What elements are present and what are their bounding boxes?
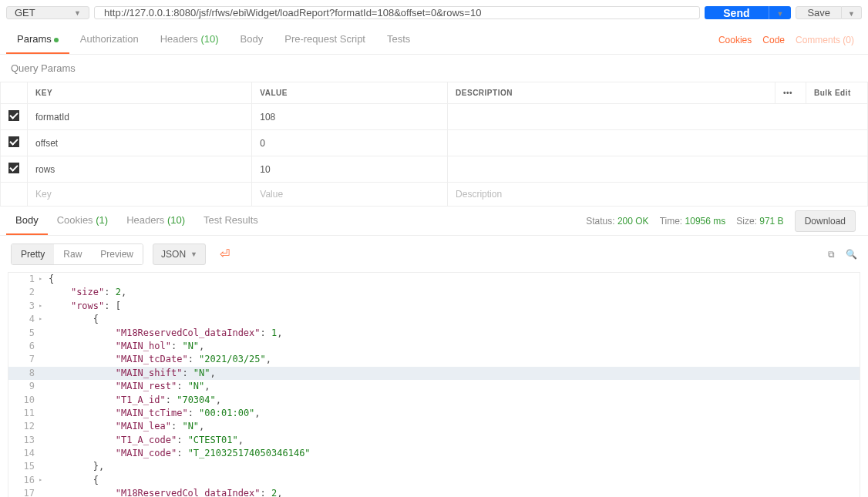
col-value: VALUE — [252, 82, 448, 104]
method-value: GET — [15, 7, 35, 18]
bulk-edit-link[interactable]: Bulk Edit — [806, 82, 868, 104]
tab-params[interactable]: Params — [6, 25, 69, 54]
table-row-empty[interactable]: Key Value Description — [1, 183, 868, 207]
chevron-down-icon: ▼ — [74, 9, 81, 17]
tab-body[interactable]: Body — [230, 25, 274, 54]
checkbox[interactable] — [8, 110, 19, 121]
copy-icon[interactable]: ⧉ — [828, 249, 835, 260]
resp-tab-headers[interactable]: Headers (10) — [117, 207, 194, 235]
resp-tab-cookies[interactable]: Cookies (1) — [48, 207, 117, 235]
download-button[interactable]: Download — [795, 210, 856, 232]
search-icon[interactable]: 🔍 — [846, 249, 857, 260]
format-select[interactable]: JSON ▼ — [153, 243, 206, 265]
table-row[interactable]: offset 0 — [1, 130, 868, 156]
save-button[interactable]: Save — [796, 6, 842, 19]
checkbox[interactable] — [8, 163, 19, 173]
checkbox[interactable] — [8, 136, 19, 147]
chevron-down-icon: ▼ — [190, 250, 197, 258]
view-raw[interactable]: Raw — [54, 244, 91, 264]
tab-headers[interactable]: Headers (10) — [150, 25, 230, 54]
tab-authorization[interactable]: Authorization — [69, 25, 150, 54]
request-tabs: Params Authorization Headers (10) Body P… — [0, 25, 868, 55]
chevron-down-icon: ▼ — [848, 10, 855, 18]
send-button[interactable]: Send — [705, 6, 768, 19]
view-bar: Pretty Raw Preview JSON ▼ ⏎ ⧉ 🔍 — [0, 236, 868, 272]
status-label: Status: 200 OK — [586, 216, 648, 227]
response-body[interactable]: 1▸{ 2 "size": 2, 3▸ "rows": [ 4▸ { 5 "M1… — [8, 272, 860, 497]
time-label: Time: 10956 ms — [660, 216, 726, 227]
params-table: KEY VALUE DESCRIPTION ••• Bulk Edit form… — [0, 82, 868, 207]
size-label: Size: 971 B — [736, 216, 783, 227]
params-active-dot — [54, 38, 59, 42]
cookies-link[interactable]: Cookies — [718, 35, 752, 45]
url-input[interactable] — [94, 6, 700, 19]
method-select[interactable]: GET ▼ — [6, 6, 89, 19]
resp-tab-body[interactable]: Body — [6, 207, 48, 235]
tab-tests[interactable]: Tests — [376, 25, 421, 54]
more-options[interactable]: ••• — [775, 82, 806, 104]
save-dropdown[interactable]: ▼ — [842, 6, 862, 19]
view-pretty[interactable]: Pretty — [12, 244, 54, 264]
col-key: KEY — [28, 82, 252, 104]
code-link[interactable]: Code — [762, 35, 785, 45]
view-mode-segmented: Pretty Raw Preview — [11, 243, 143, 265]
table-row[interactable]: rows 10 — [1, 156, 868, 183]
table-row[interactable]: formatId 108 — [1, 104, 868, 130]
tab-prerequest[interactable]: Pre-request Script — [274, 25, 376, 54]
col-description: DESCRIPTION — [448, 82, 775, 104]
query-params-title: Query Params — [0, 55, 868, 82]
resp-tab-test-results[interactable]: Test Results — [194, 207, 267, 235]
response-tabs: Body Cookies (1) Headers (10) Test Resul… — [0, 207, 868, 236]
comments-link[interactable]: Comments (0) — [796, 35, 854, 45]
send-dropdown[interactable]: ▼ — [769, 6, 792, 19]
view-preview[interactable]: Preview — [91, 244, 143, 264]
wrap-lines-icon[interactable]: ⏎ — [214, 242, 236, 266]
chevron-down-icon: ▼ — [777, 10, 784, 18]
